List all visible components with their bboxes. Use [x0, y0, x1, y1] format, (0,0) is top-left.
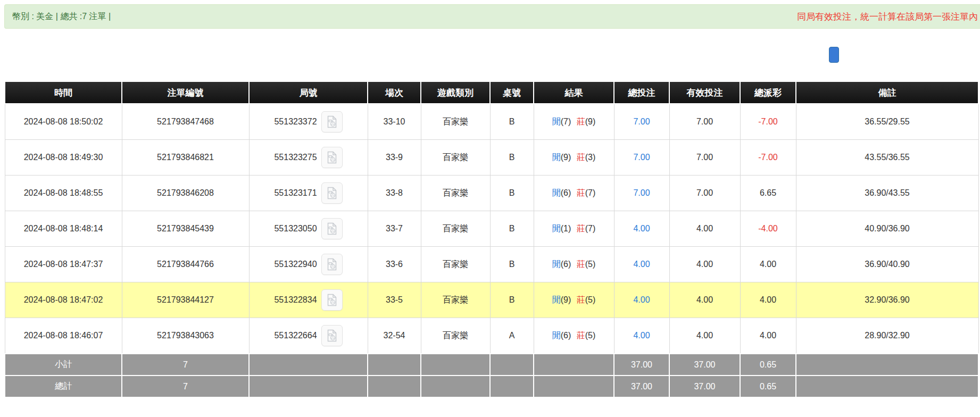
- remark-cell: 36.90/43.55: [796, 176, 978, 211]
- subtotal-payout: 0.65: [740, 354, 796, 376]
- payout-value: 4.00: [760, 295, 776, 304]
- table-header: 時間 注單編號 局號 場次 遊戲類別 桌號 結果 總投注 有效投注 總派彩 備註: [5, 81, 978, 104]
- banker-result-label: 莊: [577, 117, 585, 126]
- player-result-score: (7): [561, 117, 571, 126]
- valid-bet-cell: 4.00: [669, 211, 740, 247]
- round-id-value: 551322940: [274, 260, 317, 269]
- video-file-icon: [326, 294, 338, 306]
- table-no-cell: B: [490, 140, 534, 176]
- currency-summary-text: 幣別 : 美金 | 總共 :7 注單 |: [12, 11, 111, 22]
- game-type-cell: 百家樂: [421, 282, 490, 318]
- payout-value: 6.65: [760, 188, 776, 197]
- total-bet-cell: 7.00: [614, 140, 669, 176]
- game-type-cell: 百家樂: [421, 247, 490, 282]
- total-bet-link[interactable]: 7.00: [633, 117, 650, 126]
- game-type-cell: 百家樂: [421, 176, 490, 211]
- bet-id-cell: 521793845439: [122, 211, 249, 247]
- remark-cell: 40.90/36.90: [796, 211, 978, 247]
- payout-value: -4.00: [758, 224, 777, 233]
- grand-total-label: 總計: [5, 376, 122, 397]
- table-row: 2024-08-08 18:46:07 521793843063 5513226…: [5, 318, 978, 354]
- table-row: 2024-08-08 18:47:37 521793844766 5513229…: [5, 247, 978, 282]
- banker-result-score: (7): [585, 188, 596, 197]
- time-cell: 2024-08-08 18:48:55: [5, 176, 122, 211]
- table-row: 2024-08-08 18:47:02 521793844127 5513228…: [5, 282, 978, 318]
- result-cell: 閒(9) 莊(3): [534, 140, 614, 176]
- payout-cell: -7.00: [740, 104, 796, 140]
- video-replay-button[interactable]: [321, 111, 343, 132]
- partial-blue-button[interactable]: [829, 47, 839, 63]
- payout-cell: 4.00: [740, 318, 796, 354]
- player-result-score: (9): [561, 153, 571, 162]
- grand-total-count: 7: [122, 376, 249, 397]
- time-cell: 2024-08-08 18:50:02: [5, 104, 122, 140]
- video-replay-button[interactable]: [321, 254, 343, 275]
- video-replay-button[interactable]: [321, 325, 343, 346]
- subtotal-valid-bet: 37.00: [669, 354, 740, 376]
- time-cell: 2024-08-08 18:46:07: [5, 318, 122, 354]
- game-type-cell: 百家樂: [421, 104, 490, 140]
- remark-cell: 36.55/29.55: [796, 104, 978, 140]
- video-replay-button[interactable]: [321, 218, 343, 239]
- payout-value: -7.00: [758, 153, 777, 162]
- payout-value: -7.00: [758, 117, 777, 126]
- valid-bet-cell: 4.00: [669, 282, 740, 318]
- round-id-value: 551322834: [274, 295, 317, 305]
- total-bet-link[interactable]: 7.00: [633, 153, 650, 162]
- session-cell: 33-5: [368, 282, 421, 318]
- player-result-label: 閒: [552, 331, 561, 340]
- player-result-score: (6): [561, 260, 571, 269]
- bet-id-cell: 521793846208: [122, 176, 249, 211]
- video-file-icon: [326, 329, 338, 342]
- video-replay-button[interactable]: [321, 182, 343, 204]
- banker-result-score: (5): [585, 295, 596, 304]
- time-cell: 2024-08-08 18:49:30: [5, 140, 122, 176]
- table-no-cell: B: [490, 282, 534, 318]
- table-body: 2024-08-08 18:50:02 521793847468 5513233…: [5, 104, 978, 354]
- grand-total-empty-cell: [421, 376, 490, 397]
- payout-cell: -4.00: [740, 211, 796, 247]
- grand-total-empty-cell: [368, 376, 421, 397]
- column-header-valid-bet: 有效投注: [669, 81, 740, 104]
- table-no-cell: B: [490, 247, 534, 282]
- table-no-cell: B: [490, 176, 534, 211]
- result-cell: 閒(6) 莊(7): [534, 176, 614, 211]
- result-cell: 閒(6) 莊(5): [534, 318, 614, 354]
- payout-value: 4.00: [760, 260, 776, 269]
- total-bet-cell: 4.00: [614, 318, 669, 354]
- remark-cell: 36.90/40.90: [796, 247, 978, 282]
- top-banner: 幣別 : 美金 | 總共 :7 注單 | 同局有效投注，統一計算在該局第一張注單…: [4, 4, 980, 29]
- session-cell: 32-54: [368, 318, 421, 354]
- video-replay-button[interactable]: [321, 147, 343, 168]
- total-bet-link[interactable]: 4.00: [633, 224, 650, 233]
- round-id-value: 551323275: [274, 153, 317, 162]
- banker-result-score: (9): [585, 117, 596, 126]
- total-bet-link[interactable]: 4.00: [633, 260, 650, 269]
- total-bet-cell: 4.00: [614, 247, 669, 282]
- grand-total-payout: 0.65: [740, 376, 796, 397]
- total-bet-link[interactable]: 4.00: [633, 331, 650, 340]
- banker-result-label: 莊: [577, 224, 585, 233]
- total-bet-link[interactable]: 4.00: [633, 295, 650, 304]
- remark-cell: 32.90/36.90: [796, 282, 978, 318]
- video-file-icon: [326, 187, 338, 199]
- payout-value: 4.00: [760, 331, 776, 340]
- column-header-session: 場次: [368, 81, 421, 104]
- game-type-cell: 百家樂: [421, 318, 490, 354]
- result-cell: 閒(9) 莊(5): [534, 282, 614, 318]
- round-id-value: 551323171: [274, 188, 317, 198]
- subtotal-total-bet: 37.00: [614, 354, 669, 376]
- remark-cell: 28.90/32.90: [796, 318, 978, 354]
- video-replay-button[interactable]: [321, 289, 343, 311]
- round-id-value: 551323372: [274, 117, 317, 127]
- total-bet-cell: 4.00: [614, 211, 669, 247]
- player-result-label: 閒: [552, 260, 561, 269]
- session-cell: 33-8: [368, 176, 421, 211]
- total-bet-link[interactable]: 7.00: [633, 188, 650, 197]
- round-id-cell: 551322940: [249, 247, 368, 282]
- subtotal-empty-cell: [534, 354, 614, 376]
- video-file-icon: [326, 222, 338, 235]
- session-cell: 33-7: [368, 211, 421, 247]
- subtotal-empty-cell: [490, 354, 534, 376]
- bets-table: 時間 注單編號 局號 場次 遊戲類別 桌號 結果 總投注 有效投注 總派彩 備註…: [4, 81, 979, 398]
